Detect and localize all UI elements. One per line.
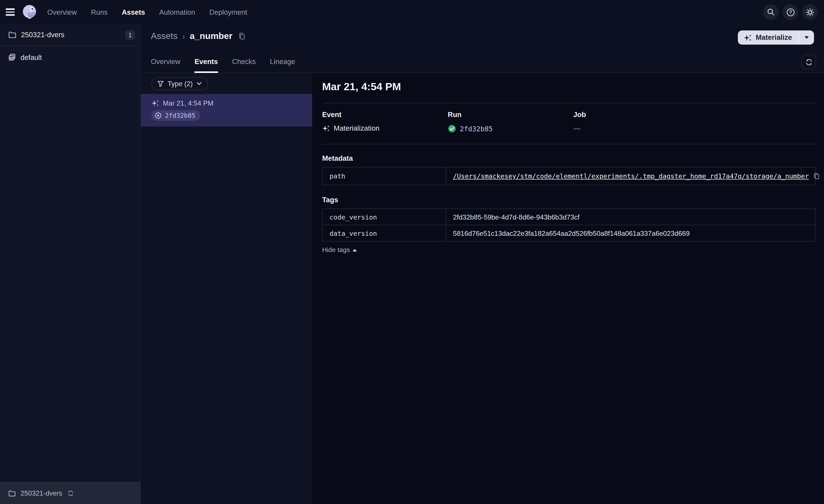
tags-table: code_version 2fd32b85-59be-4d7d-8d6e-943… [322,209,816,242]
nav-runs[interactable]: Runs [91,8,108,16]
sidebar-item-asset-group[interactable]: default [0,46,140,69]
settings-button[interactable] [802,4,818,20]
run-id-label: 2fd32b85 [165,112,195,119]
asset-group-icon [8,54,16,61]
table-row: path /Users/smackesey/stm/code/elementl/… [322,167,815,185]
asset-group-label: default [21,53,135,61]
caret-down-icon [804,36,808,39]
event-timestamp: Mar 21, 4:54 PM [163,99,213,107]
sidebar: 250321-dvers 1 default [0,24,141,482]
tag-key: code_version [322,209,446,225]
top-nav: Overview Runs Assets Automation Deployme… [0,0,824,24]
table-row: code_version 2fd32b85-59be-4d7d-8d6e-943… [322,209,815,225]
tab-overview[interactable]: Overview [151,58,181,73]
job-column: Job — [573,111,699,133]
run-success-icon [448,124,456,133]
type-filter-button[interactable]: Type (2) [151,77,208,91]
help-button[interactable]: ? [783,4,798,20]
copy-icon [238,32,246,40]
copy-asset-name-button[interactable] [238,32,246,40]
hide-tags-button[interactable]: Hide tags [322,246,357,254]
tab-checks[interactable]: Checks [232,58,256,73]
divider [322,144,816,144]
type-filter-label: Type (2) [168,80,193,88]
nav-actions: ? [763,4,824,20]
nav-assets[interactable]: Assets [122,8,145,16]
event-column-header: Event [322,111,448,119]
tag-value: 2fd32b85-59be-4d7d-8d6e-943b6b3d73cf [446,209,815,225]
refresh-icon [805,58,813,66]
count-badge: 1 [125,30,135,40]
run-id-pill[interactable]: 2fd32b85 [151,110,200,121]
copy-icon[interactable] [813,172,821,180]
event-detail-panel: Mar 21, 4:54 PM Event Materialization [312,73,824,504]
gear-icon [805,8,814,16]
table-row: data_version 5816d76e51c13dac22e3fa182a6… [322,225,815,241]
job-empty-value: — [573,124,581,132]
nav-links: Overview Runs Assets Automation Deployme… [47,8,247,16]
asset-name: a_number [190,31,232,41]
event-detail-title: Mar 21, 4:54 PM [322,80,816,93]
metadata-key: path [322,167,446,185]
nav-overview[interactable]: Overview [47,8,77,16]
sidebar-footer[interactable]: 250321-dvers [0,482,141,504]
folder-icon [8,490,16,496]
refresh-button[interactable] [802,54,816,69]
sidebar-item-code-location[interactable]: 250321-dvers 1 [0,24,140,46]
dagster-logo-icon[interactable] [21,4,38,20]
materialize-label: Materialize [755,33,792,41]
refresh-icon[interactable] [67,490,74,497]
sparkle-icon [322,124,330,132]
tab-lineage[interactable]: Lineage [270,58,295,73]
filter-icon [157,80,164,87]
event-column: Event Materialization [322,111,448,133]
nav-deployment[interactable]: Deployment [209,8,247,16]
path-link[interactable]: /Users/smackesey/stm/code/elementl/exper… [453,172,809,180]
metadata-table: path /Users/smackesey/stm/code/elementl/… [322,167,816,185]
materialize-button[interactable]: Materialize [738,30,798,45]
code-location-label: 250321-dvers [21,31,120,39]
tag-value: 5816d76e51c13dac22e3fa182a654aa2d526fb50… [446,225,815,241]
triangle-up-icon [352,249,356,251]
footer-code-location-label: 250321-dvers [21,489,62,497]
run-id-link[interactable]: 2fd32b85 [460,125,493,132]
hide-tags-label: Hide tags [322,246,350,254]
event-type-label: Materialization [334,124,379,132]
divider [322,103,816,103]
event-list-panel: Type (2) Mar 21, 4:54 PM [141,73,312,504]
svg-text:?: ? [789,9,792,15]
help-icon: ? [786,8,795,16]
search-button[interactable] [763,4,779,20]
materialize-dropdown-button[interactable] [799,30,814,45]
breadcrumb-assets-link[interactable]: Assets [151,31,178,41]
tags-heading: Tags [322,196,816,204]
tab-events[interactable]: Events [195,58,218,73]
job-column-header: Job [573,111,699,119]
sparkle-icon [744,33,752,42]
menu-icon[interactable] [0,0,20,24]
content-header: Assets › a_number Materialize [141,24,824,73]
nav-automation[interactable]: Automation [159,8,195,16]
asset-tabs: Overview Events Checks Lineage [151,58,295,73]
run-column: Run 2fd32b85 [448,111,573,133]
folder-icon [8,31,16,38]
search-icon [766,8,775,16]
event-summary-row: Event Materialization Run [322,111,816,133]
circle-dot-icon [154,112,162,119]
event-list-item[interactable]: Mar 21, 4:54 PM 2fd32b85 [141,94,312,126]
metadata-heading: Metadata [322,154,816,163]
app-root: Overview Runs Assets Automation Deployme… [0,0,824,504]
chevron-down-icon [196,82,202,86]
breadcrumb: Assets › a_number [151,31,246,41]
materialize-split-button: Materialize [738,30,814,45]
tag-key: data_version [322,225,446,241]
run-column-header: Run [448,111,573,119]
filter-row: Type (2) [141,73,312,90]
chevron-right-icon: › [182,32,185,41]
sparkle-icon [151,99,159,107]
